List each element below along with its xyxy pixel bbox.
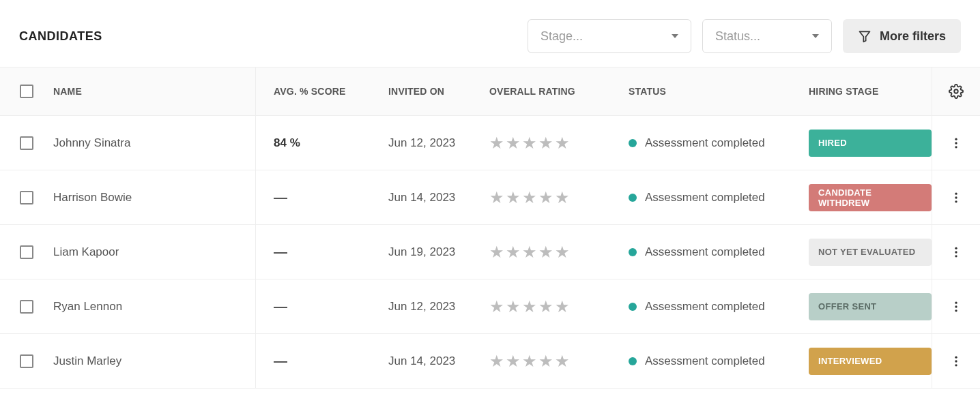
column-header-status[interactable]: STATUS — [629, 86, 809, 97]
row-checkbox[interactable] — [20, 136, 33, 150]
more-filters-button[interactable]: More filters — [843, 19, 961, 53]
candidate-score: — — [256, 190, 388, 205]
star-icon: ★ — [538, 299, 553, 315]
star-icon: ★ — [522, 353, 537, 369]
star-icon: ★ — [489, 135, 504, 151]
stage-select[interactable]: Stage... — [528, 19, 691, 53]
svg-point-12 — [955, 305, 957, 307]
row-checkbox[interactable] — [20, 245, 33, 259]
candidate-status-text: Assessment completed — [645, 354, 765, 368]
star-icon: ★ — [522, 299, 537, 315]
candidate-status: Assessment completed — [629, 136, 809, 150]
svg-point-16 — [955, 364, 957, 366]
candidate-status: Assessment completed — [629, 245, 809, 259]
star-icon: ★ — [522, 244, 537, 260]
table-row: Johnny Sinatra 84 % Jun 12, 2023 ★ ★ ★ ★… — [0, 116, 980, 170]
candidate-name[interactable]: Harrison Bowie — [53, 191, 132, 204]
candidate-status-text: Assessment completed — [645, 245, 765, 259]
candidate-score: — — [256, 353, 388, 369]
more-filters-label: More filters — [880, 29, 946, 44]
candidate-invited: Jun 12, 2023 — [388, 136, 489, 150]
more-vertical-icon[interactable] — [949, 191, 963, 204]
column-header-rating[interactable]: OVERALL RATING — [489, 86, 629, 97]
star-icon: ★ — [555, 353, 570, 369]
status-dot-icon — [629, 357, 637, 365]
row-checkbox[interactable] — [20, 300, 33, 314]
svg-point-7 — [955, 200, 957, 202]
candidate-rating-stars[interactable]: ★ ★ ★ ★ ★ — [489, 135, 629, 151]
svg-point-4 — [955, 146, 957, 148]
candidate-score: — — [256, 244, 388, 260]
svg-point-14 — [955, 356, 957, 358]
column-header-name[interactable]: NAME — [53, 86, 255, 97]
candidate-status: Assessment completed — [629, 354, 809, 368]
svg-point-6 — [955, 196, 957, 198]
candidate-status: Assessment completed — [629, 300, 809, 314]
candidate-rating-stars[interactable]: ★ ★ ★ ★ ★ — [489, 190, 629, 206]
hiring-stage-badge[interactable]: NOT YET EVALUATED — [809, 239, 932, 266]
more-vertical-icon[interactable] — [949, 354, 963, 368]
table-header-row: NAME AVG. % SCORE INVITED ON OVERALL RAT… — [0, 67, 980, 116]
select-all-checkbox[interactable] — [20, 85, 33, 98]
hiring-stage-badge[interactable]: INTERVIEWED — [809, 348, 932, 375]
star-icon: ★ — [538, 190, 553, 206]
hiring-stage-badge[interactable]: HIRED — [809, 130, 932, 157]
more-vertical-icon[interactable] — [949, 136, 963, 150]
stage-select-placeholder: Stage... — [541, 29, 583, 44]
candidate-name[interactable]: Johnny Sinatra — [53, 136, 130, 150]
star-icon: ★ — [522, 190, 537, 206]
star-icon: ★ — [538, 353, 553, 369]
table-row: Liam Kapoor — Jun 19, 2023 ★ ★ ★ ★ ★ Ass… — [0, 225, 980, 279]
star-icon: ★ — [538, 135, 553, 151]
svg-point-5 — [955, 192, 957, 194]
candidate-status-text: Assessment completed — [645, 300, 765, 314]
more-vertical-icon[interactable] — [949, 245, 963, 259]
header-controls: Stage... Status... More filters — [528, 19, 961, 53]
star-icon: ★ — [506, 190, 521, 206]
star-icon: ★ — [489, 244, 504, 260]
star-icon: ★ — [506, 353, 521, 369]
page-title: CANDIDATES — [19, 29, 102, 44]
star-icon: ★ — [489, 353, 504, 369]
candidate-name[interactable]: Justin Marley — [53, 354, 121, 368]
candidate-name[interactable]: Liam Kapoor — [53, 245, 119, 259]
filter-icon — [858, 29, 871, 43]
column-header-score[interactable]: AVG. % SCORE — [256, 86, 388, 97]
svg-marker-0 — [859, 31, 869, 42]
candidates-table: NAME AVG. % SCORE INVITED ON OVERALL RAT… — [0, 67, 980, 389]
chevron-down-icon — [812, 34, 819, 38]
candidate-rating-stars[interactable]: ★ ★ ★ ★ ★ — [489, 244, 629, 260]
svg-point-3 — [955, 142, 957, 144]
row-checkbox[interactable] — [20, 354, 33, 368]
candidate-rating-stars[interactable]: ★ ★ ★ ★ ★ — [489, 353, 629, 369]
status-dot-icon — [629, 194, 637, 202]
candidate-status-text: Assessment completed — [645, 191, 765, 204]
star-icon: ★ — [555, 190, 570, 206]
column-header-stage[interactable]: HIRING STAGE — [809, 86, 932, 97]
candidate-score: 84 % — [256, 136, 388, 150]
svg-point-8 — [955, 247, 957, 249]
more-vertical-icon[interactable] — [949, 300, 963, 314]
candidate-name[interactable]: Ryan Lennon — [53, 300, 122, 314]
star-icon: ★ — [555, 244, 570, 260]
star-icon: ★ — [506, 299, 521, 315]
gear-icon[interactable] — [949, 84, 964, 99]
svg-point-13 — [955, 309, 957, 312]
star-icon: ★ — [538, 244, 553, 260]
star-icon: ★ — [555, 135, 570, 151]
star-icon: ★ — [489, 190, 504, 206]
star-icon: ★ — [555, 299, 570, 315]
candidate-rating-stars[interactable]: ★ ★ ★ ★ ★ — [489, 299, 629, 315]
candidate-status-text: Assessment completed — [645, 136, 765, 150]
candidate-invited: Jun 19, 2023 — [388, 245, 489, 259]
status-dot-icon — [629, 303, 637, 311]
column-header-invited[interactable]: INVITED ON — [388, 86, 489, 97]
status-select[interactable]: Status... — [702, 19, 832, 53]
table-row: Justin Marley — Jun 14, 2023 ★ ★ ★ ★ ★ A… — [0, 334, 980, 389]
status-select-placeholder: Status... — [715, 29, 760, 44]
row-checkbox[interactable] — [20, 191, 33, 204]
hiring-stage-badge[interactable]: OFFER SENT — [809, 293, 932, 320]
star-icon: ★ — [506, 244, 521, 260]
hiring-stage-badge[interactable]: CANDIDATE WITHDREW — [809, 184, 932, 211]
table-row: Ryan Lennon — Jun 12, 2023 ★ ★ ★ ★ ★ Ass… — [0, 279, 980, 334]
